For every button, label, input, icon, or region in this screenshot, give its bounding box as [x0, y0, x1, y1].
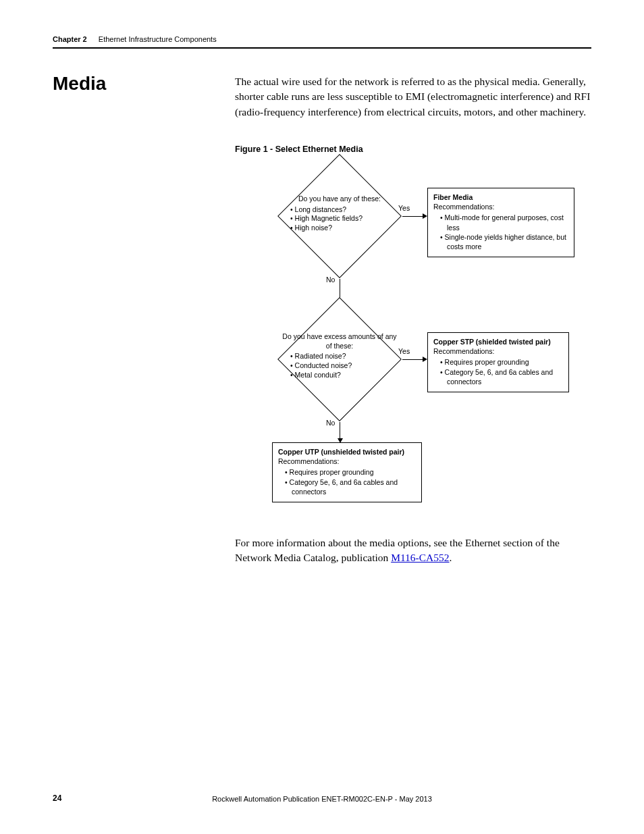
decision-1-item: High noise? — [290, 224, 397, 233]
result-fiber-item: Multi-mode for general purposes, cost le… — [440, 213, 568, 232]
decision-2-item: Radiated noise? — [290, 352, 397, 361]
publication-footer: Rockwell Automation Publication ENET-RM0… — [0, 795, 644, 803]
closing-text-after: . — [450, 552, 452, 563]
connector-line — [340, 422, 340, 440]
decision-1-question: Do you have any of these: — [282, 194, 397, 204]
decision-2-item: Conducted noise? — [290, 361, 397, 371]
connector-line — [402, 216, 424, 217]
result-fiber-item: Single-node yields higher distance, but … — [440, 232, 568, 251]
result-utp-item: Requires proper grounding — [285, 467, 416, 477]
decision-1-content: Do you have any of these: Long distances… — [282, 194, 397, 233]
result-fiber-title: Fiber Media — [433, 192, 568, 202]
result-stp-title: Copper STP (shielded twisted pair) — [433, 337, 563, 346]
result-fiber-box: Fiber Media Recommendations: Multi-mode … — [427, 188, 574, 257]
result-stp-item: Category 5e, 6, and 6a cables and connec… — [440, 367, 563, 386]
no-label: No — [326, 276, 335, 284]
result-utp-list: Requires proper grounding Category 5e, 6… — [278, 467, 416, 496]
page-header: Chapter 2 Ethernet Infrastructure Compon… — [53, 35, 591, 49]
result-fiber-list: Multi-mode for general purposes, cost le… — [433, 213, 568, 251]
yes-label: Yes — [398, 204, 410, 212]
result-fiber-rec: Recommendations: — [433, 202, 568, 211]
chapter-label: Chapter 2 — [53, 35, 87, 43]
result-utp-box: Copper UTP (unshielded twisted pair) Rec… — [272, 442, 422, 502]
no-label: No — [326, 419, 335, 427]
decision-2-content: Do you have excess amounts of any of the… — [282, 332, 397, 380]
result-stp-list: Requires proper grounding Category 5e, 6… — [433, 357, 563, 386]
decision-1-item: High Magnetic fields? — [290, 214, 397, 224]
result-utp-title: Copper UTP (unshielded twisted pair) — [278, 447, 416, 457]
publication-link[interactable]: M116-CA552 — [391, 552, 449, 563]
arrow-right-icon — [423, 357, 427, 362]
decision-2-question: Do you have excess amounts of any of the… — [282, 332, 397, 350]
closing-paragraph: For more information about the media opt… — [235, 536, 591, 566]
decision-2-item: Metal conduit? — [290, 371, 397, 380]
flowchart-diagram: Do you have any of these: Long distances… — [235, 155, 586, 506]
decision-1-list: Long distances? High Magnetic fields? Hi… — [282, 205, 397, 233]
arrow-right-icon — [423, 213, 427, 219]
decision-2-list: Radiated noise? Conducted noise? Metal c… — [282, 352, 397, 380]
result-utp-rec: Recommendations: — [278, 457, 416, 466]
decision-1-item: Long distances? — [290, 205, 397, 215]
yes-label: Yes — [398, 347, 410, 355]
result-stp-box: Copper STP (shielded twisted pair) Recom… — [427, 332, 569, 392]
intro-paragraph: The actual wire used for the network is … — [235, 74, 591, 120]
result-stp-item: Requires proper grounding — [440, 357, 563, 367]
figure-caption: Figure 1 - Select Ethernet Media — [235, 145, 363, 154]
section-heading: Media — [53, 73, 106, 95]
chapter-title: Ethernet Infrastructure Components — [99, 35, 217, 43]
connector-line — [402, 359, 424, 360]
result-stp-rec: Recommendations: — [433, 346, 563, 356]
result-utp-item: Category 5e, 6, and 6a cables and connec… — [285, 477, 416, 496]
